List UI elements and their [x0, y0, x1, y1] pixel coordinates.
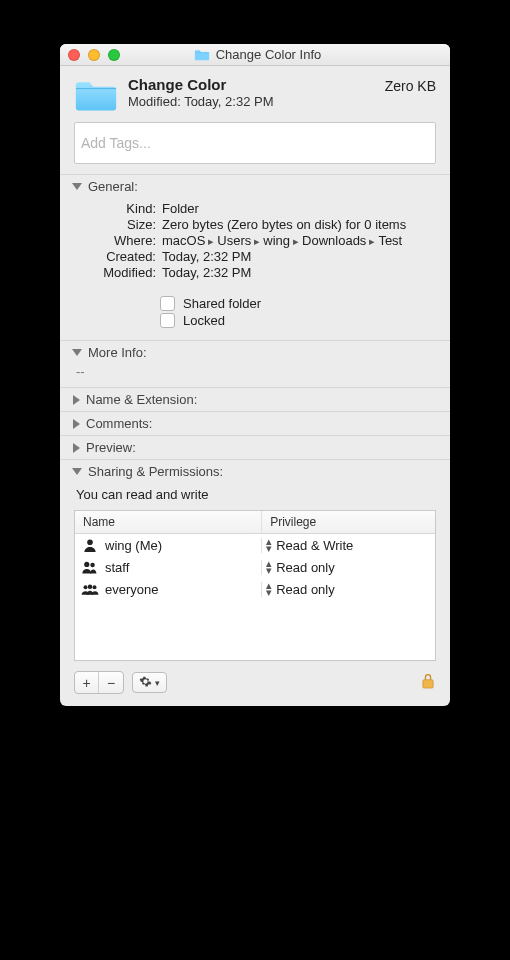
section-label: General: — [88, 179, 138, 194]
where-segment: Test — [378, 233, 402, 248]
table-row[interactable]: wing (Me)▴▾Read & Write — [75, 534, 435, 556]
where-segment: Downloads — [302, 233, 366, 248]
header-text: Change Color Modified: Today, 2:32 PM — [128, 76, 375, 109]
svg-point-0 — [87, 539, 93, 545]
perm-name: wing (Me) — [105, 538, 162, 553]
add-remove-group: + − — [74, 671, 124, 694]
permissions-note: You can read and write — [60, 483, 450, 510]
section-header-general[interactable]: General: — [60, 174, 450, 198]
tags-area — [60, 122, 450, 174]
perm-priv-cell[interactable]: ▴▾Read only — [262, 582, 435, 597]
perm-privilege: Read only — [276, 582, 335, 597]
kind-value: Folder — [162, 201, 436, 216]
item-folder-icon[interactable] — [74, 76, 118, 114]
user-icon — [81, 538, 99, 552]
shared-folder-checkbox[interactable] — [160, 296, 175, 311]
perm-privilege: Read only — [276, 560, 335, 575]
where-segment: wing — [263, 233, 290, 248]
chevron-down-icon: ▾ — [155, 678, 160, 688]
kv-kind: Kind: Folder — [74, 201, 436, 216]
item-name: Change Color — [128, 76, 375, 93]
created-value: Today, 2:32 PM — [162, 249, 436, 264]
perm-name: staff — [105, 560, 129, 575]
disclosure-triangle-icon — [72, 468, 82, 475]
where-value: macOS▸Users▸wing▸Downloads▸Test — [162, 233, 436, 248]
perm-name: everyone — [105, 582, 158, 597]
kv-modified: Modified: Today, 2:32 PM — [74, 265, 436, 280]
locked-row: Locked — [160, 313, 436, 328]
user-icon — [81, 560, 99, 574]
svg-point-1 — [84, 562, 89, 567]
section-label: More Info: — [88, 345, 147, 360]
where-segment: macOS — [162, 233, 205, 248]
section-label: Name & Extension: — [86, 392, 197, 407]
locked-label: Locked — [183, 313, 225, 328]
col-privilege-header[interactable]: Privilege — [262, 511, 435, 533]
perm-priv-cell[interactable]: ▴▾Read only — [262, 560, 435, 575]
general-body: Kind: Folder Size: Zero bytes (Zero byte… — [60, 198, 450, 340]
item-modified: Modified: Today, 2:32 PM — [128, 94, 375, 109]
item-size-summary: Zero KB — [385, 78, 436, 94]
perm-name-cell: wing (Me) — [75, 538, 262, 553]
section-header-comments[interactable]: Comments: — [60, 411, 450, 435]
size-value: Zero bytes (Zero bytes on disk) for 0 it… — [162, 217, 436, 232]
svg-point-4 — [88, 585, 93, 590]
modified-label: Modified: — [74, 265, 156, 280]
get-info-window: Change Color Info Change Color Modified:… — [60, 44, 450, 706]
add-button[interactable]: + — [75, 672, 99, 693]
permissions-blank-area — [75, 600, 435, 660]
tags-input[interactable] — [74, 122, 436, 164]
perm-name-cell: everyone — [75, 582, 262, 597]
modified-value: Today, 2:32 PM — [162, 265, 436, 280]
stepper-icon: ▴▾ — [266, 538, 272, 552]
kind-label: Kind: — [74, 201, 156, 216]
gear-icon — [139, 675, 152, 691]
permissions-table: Name Privilege wing (Me)▴▾Read & Writest… — [74, 510, 436, 661]
col-name-header[interactable]: Name — [75, 511, 262, 533]
lock-icon[interactable] — [420, 672, 436, 693]
section-header-more-info[interactable]: More Info: — [60, 340, 450, 364]
titlebar: Change Color Info — [60, 44, 450, 66]
table-row[interactable]: staff▴▾Read only — [75, 556, 435, 578]
section-header-preview[interactable]: Preview: — [60, 435, 450, 459]
svg-point-2 — [90, 563, 95, 568]
size-label: Size: — [74, 217, 156, 232]
svg-rect-6 — [423, 680, 433, 688]
footer: + − ▾ — [60, 665, 450, 706]
disclosure-triangle-icon — [73, 395, 80, 405]
disclosure-triangle-icon — [73, 419, 80, 429]
kv-created: Created: Today, 2:32 PM — [74, 249, 436, 264]
action-menu-button[interactable]: ▾ — [132, 672, 167, 693]
more-info-value: -- — [60, 364, 450, 387]
section-header-sharing[interactable]: Sharing & Permissions: — [60, 459, 450, 483]
section-label: Sharing & Permissions: — [88, 464, 223, 479]
disclosure-triangle-icon — [72, 183, 82, 190]
breadcrumb-separator-icon: ▸ — [208, 235, 214, 247]
perm-name-cell: staff — [75, 560, 262, 575]
locked-checkbox[interactable] — [160, 313, 175, 328]
svg-point-3 — [84, 585, 88, 589]
section-label: Preview: — [86, 440, 136, 455]
section-header-name-ext[interactable]: Name & Extension: — [60, 387, 450, 411]
where-segment: Users — [217, 233, 251, 248]
breadcrumb-separator-icon: ▸ — [293, 235, 299, 247]
created-label: Created: — [74, 249, 156, 264]
section-label: Comments: — [86, 416, 152, 431]
remove-button[interactable]: − — [99, 672, 123, 693]
svg-point-5 — [93, 585, 97, 589]
stepper-icon: ▴▾ — [266, 560, 272, 574]
title-wrap: Change Color Info — [73, 47, 442, 62]
kv-size: Size: Zero bytes (Zero bytes on disk) fo… — [74, 217, 436, 232]
shared-folder-label: Shared folder — [183, 296, 261, 311]
perm-priv-cell[interactable]: ▴▾Read & Write — [262, 538, 435, 553]
perm-privilege: Read & Write — [276, 538, 353, 553]
breadcrumb-separator-icon: ▸ — [254, 235, 260, 247]
disclosure-triangle-icon — [72, 349, 82, 356]
breadcrumb-separator-icon: ▸ — [369, 235, 375, 247]
disclosure-triangle-icon — [73, 443, 80, 453]
table-row[interactable]: everyone▴▾Read only — [75, 578, 435, 600]
folder-icon — [194, 48, 210, 61]
permissions-header-row: Name Privilege — [75, 511, 435, 534]
where-label: Where: — [74, 233, 156, 248]
window-title: Change Color Info — [216, 47, 322, 62]
